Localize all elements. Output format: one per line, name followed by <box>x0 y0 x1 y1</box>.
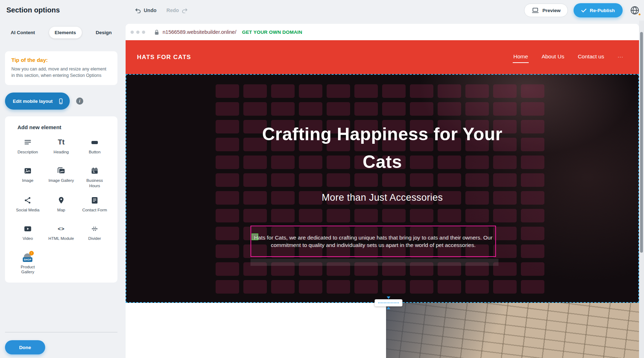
done-button[interactable]: Done <box>5 340 45 354</box>
share-icon <box>23 195 32 205</box>
notification-dot <box>638 13 641 16</box>
hero-subheading[interactable]: More than Just Accessories <box>126 192 639 203</box>
image-icon <box>23 166 32 175</box>
site-logo[interactable]: HATS FOR CATS <box>137 54 191 61</box>
sidebar-divider <box>5 332 117 332</box>
add-element-title: Add new element <box>17 124 111 130</box>
browser-bar: n1566589.websitebuilder.online/ GET YOUR… <box>126 24 639 40</box>
phone-icon <box>58 98 64 105</box>
history-controls: Undo Redo <box>134 0 188 21</box>
undo-icon <box>134 8 141 13</box>
image-gallery-icon <box>57 166 65 175</box>
tip-title: Tip of the day: <box>11 57 111 63</box>
contact-form-icon <box>90 195 99 205</box>
section-resize-handle[interactable] <box>375 296 402 309</box>
redo-label: Redo <box>167 7 179 13</box>
add-element-product-gallery[interactable]: SHOP ↑ Product Gallery <box>11 251 44 275</box>
page-title: Section options <box>6 6 60 14</box>
redo-icon <box>182 8 188 13</box>
add-element-video[interactable]: Video <box>11 222 44 245</box>
element-drag-handle[interactable] <box>252 233 258 240</box>
edit-mobile-label: Edit mobile layout <box>13 99 53 104</box>
divider-icon <box>90 224 99 233</box>
add-element-heading[interactable]: Tt Heading <box>44 136 78 159</box>
arrow-down-icon <box>387 296 390 299</box>
add-element-image[interactable]: Image <box>11 164 44 188</box>
lock-icon <box>154 30 159 35</box>
preview-label: Preview <box>542 8 560 13</box>
next-section[interactable] <box>126 303 639 358</box>
get-domain-link[interactable]: GET YOUR OWN DOMAIN <box>242 30 302 35</box>
add-element-social-media[interactable]: Social Media <box>11 194 44 217</box>
element-grid: Description Tt Heading Button <box>11 136 111 275</box>
nav-more-menu[interactable]: ··· <box>617 52 624 63</box>
button-icon <box>90 137 99 147</box>
ghost-element <box>250 259 498 266</box>
site-preview-panel: n1566589.websitebuilder.online/ GET YOUR… <box>126 24 639 358</box>
nav-item-home[interactable]: Home <box>513 51 529 63</box>
add-element-button[interactable]: Button <box>78 136 111 159</box>
section-options-sidebar: AI Content Elements Design Tip of the da… <box>0 21 126 358</box>
page-scrollbar[interactable] <box>639 21 644 358</box>
product-gallery-icon: SHOP ↑ <box>22 252 33 262</box>
add-element-business-hours[interactable]: Business Hours <box>78 164 111 188</box>
nav-item-contact-us[interactable]: Contact us <box>577 51 605 63</box>
arrow-up-icon <box>387 307 390 309</box>
add-element-map[interactable]: Map <box>44 194 78 217</box>
tab-ai-content[interactable]: AI Content <box>5 27 41 38</box>
site-header[interactable]: HATS FOR CATS Home About Us Contact us ·… <box>126 40 639 74</box>
video-icon <box>23 224 32 233</box>
calendar-icon <box>90 166 99 175</box>
paving-stones-image <box>386 303 639 358</box>
tip-body: Now you can add, move and resize any ele… <box>11 66 111 79</box>
map-pin-icon <box>57 195 65 205</box>
site-nav: Home About Us Contact us ··· <box>513 51 624 63</box>
top-toolbar: Section options Undo Redo <box>0 0 644 21</box>
monitor-icon <box>532 7 539 14</box>
selected-text-element[interactable]: Hats for Cats, we are dedicated to craft… <box>250 226 496 257</box>
check-icon <box>581 9 586 12</box>
add-element-description[interactable]: Description <box>11 136 44 159</box>
hero-section[interactable]: Crafting Happiness for Your Cats More th… <box>126 74 639 303</box>
undo-button[interactable]: Undo <box>134 7 157 13</box>
tab-design[interactable]: Design <box>90 27 117 38</box>
heading-icon: Tt <box>58 137 65 147</box>
redo-button[interactable]: Redo <box>167 7 188 13</box>
edit-mobile-row: Edit mobile layout i <box>5 93 117 110</box>
add-element-html-module[interactable]: <> HTML Module <box>44 222 78 245</box>
undo-label: Undo <box>144 7 157 13</box>
add-new-element-card: Add new element Description Tt Heading B… <box>5 116 117 283</box>
edit-mobile-layout-button[interactable]: Edit mobile layout <box>5 93 70 110</box>
site-url: n1566589.websitebuilder.online/ <box>163 29 236 35</box>
dotted-line <box>378 302 399 303</box>
hero-paragraph[interactable]: Hats for Cats, we are dedicated to craft… <box>253 234 494 249</box>
upgrade-badge-icon: ↑ <box>29 251 34 256</box>
nav-item-about-us[interactable]: About Us <box>541 51 565 63</box>
add-element-divider[interactable]: Divider <box>78 222 111 245</box>
code-icon: <> <box>58 224 65 233</box>
topbar-actions: Preview Re-Publish <box>524 0 641 21</box>
hero-heading[interactable]: Crafting Happiness for Your Cats <box>126 120 639 176</box>
window-dots <box>131 31 145 34</box>
info-icon[interactable]: i <box>76 98 83 105</box>
add-element-contact-form[interactable]: Contact Form <box>78 194 111 217</box>
add-element-image-gallery[interactable]: Image Gallery <box>44 164 78 188</box>
shop-ribbon: SHOP <box>23 257 32 262</box>
language-globe-button[interactable] <box>628 4 641 17</box>
description-icon <box>23 137 32 147</box>
republish-label: Re-Publish <box>590 8 615 13</box>
scrollbar-thumb[interactable] <box>640 32 643 253</box>
tip-of-the-day-card: Tip of the day: Now you can add, move an… <box>5 51 117 85</box>
sidebar-tabs: AI Content Elements Design <box>5 27 117 38</box>
tab-elements[interactable]: Elements <box>49 27 82 38</box>
republish-button[interactable]: Re-Publish <box>574 3 623 17</box>
preview-button[interactable]: Preview <box>524 4 568 17</box>
